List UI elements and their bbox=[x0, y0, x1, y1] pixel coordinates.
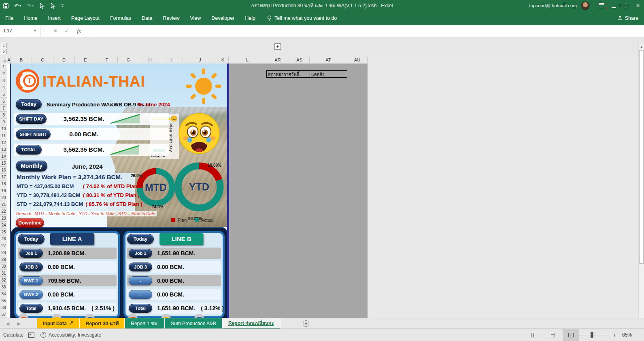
cancel-icon[interactable]: ✕ bbox=[50, 25, 61, 37]
column-header-I[interactable]: I bbox=[161, 57, 183, 63]
vertical-scrollbar[interactable]: ▲ ▼ bbox=[638, 44, 644, 328]
ribbon-tab-formulas[interactable]: Formulas bbox=[105, 11, 136, 25]
row-header-36[interactable]: 36 bbox=[0, 304, 7, 311]
pointer-icon[interactable] bbox=[39, 3, 45, 9]
page-layout-view-button[interactable] bbox=[544, 329, 560, 341]
row-header-30[interactable]: 30 bbox=[0, 263, 7, 270]
ribbon-tab-file[interactable]: File bbox=[0, 11, 19, 25]
page-break-boundary[interactable] bbox=[227, 64, 229, 318]
accessibility-status[interactable]: Accessibility: Investigate bbox=[40, 329, 101, 341]
ribbon-display-options-icon[interactable] bbox=[595, 0, 608, 11]
zoom-slider-thumb[interactable] bbox=[591, 332, 593, 338]
ribbon-tab-insert[interactable]: Insert bbox=[43, 11, 66, 25]
row-header-16[interactable]: 16 bbox=[0, 167, 7, 174]
ribbon-tab-page-layout[interactable]: Page Layout bbox=[66, 11, 105, 25]
column-header-AS[interactable]: AS bbox=[289, 57, 310, 63]
row-header-19[interactable]: 19 bbox=[0, 187, 7, 194]
column-header-E[interactable]: E bbox=[75, 57, 96, 63]
row-header-34[interactable]: 34 bbox=[0, 290, 7, 297]
new-sheet-button[interactable]: + bbox=[303, 320, 309, 327]
sheet-tab-Sum-Production-A&B[interactable]: Sum Production A&B bbox=[165, 318, 223, 329]
sheet-tab-Report-ก่อนเปลี่ยนกะ[interactable]: Report ก่อนเปลี่ยนกะ bbox=[223, 318, 281, 329]
column-header-G[interactable]: G bbox=[118, 57, 139, 63]
account-avatar[interactable] bbox=[581, 1, 590, 10]
calc-mode[interactable]: Calculate bbox=[3, 329, 23, 341]
ribbon-tab-data[interactable]: Data bbox=[136, 11, 157, 25]
sheet-tab-Report-1-ชม.[interactable]: Report 1 ชม. bbox=[125, 318, 165, 329]
column-header-AR[interactable]: AR bbox=[266, 57, 289, 63]
column-header-F[interactable]: F bbox=[96, 57, 118, 63]
row-header-17[interactable]: 17 bbox=[0, 174, 7, 180]
tell-me-box[interactable]: Tell me what you want to do bbox=[267, 15, 337, 21]
row-header-10[interactable]: 10 bbox=[0, 125, 7, 132]
ribbon-tab-developer[interactable]: Developer bbox=[206, 11, 240, 25]
enter-icon[interactable]: ✓ bbox=[62, 25, 72, 37]
worksheet-grid[interactable]: 1234567891011121314151617181920212223242… bbox=[0, 64, 644, 318]
row-header-33[interactable]: 33 bbox=[0, 284, 7, 290]
weather-label-cell[interactable]: สภาพอากาศวันนี้ bbox=[267, 71, 310, 77]
row-header-15[interactable]: 15 bbox=[0, 160, 7, 167]
row-header-24[interactable]: 24 bbox=[0, 222, 7, 229]
zoom-in-button[interactable]: + bbox=[613, 329, 616, 341]
sheet-tab-Report-30-นาที[interactable]: Report 30 นาที bbox=[80, 318, 125, 329]
column-header-AT[interactable]: AT bbox=[310, 57, 347, 63]
sheet-nav-right-icon[interactable]: ▶ bbox=[14, 318, 24, 329]
minimize-button[interactable] bbox=[608, 0, 620, 11]
row-header-26[interactable]: 26 bbox=[0, 235, 7, 242]
row-header-5[interactable]: 5 bbox=[0, 91, 7, 98]
normal-view-button[interactable] bbox=[525, 329, 542, 341]
redo-icon[interactable]: ↷▾ bbox=[27, 3, 34, 9]
zoom-out-button[interactable]: − bbox=[568, 329, 572, 341]
row-header-13[interactable]: 13 bbox=[0, 146, 7, 153]
share-button[interactable]: Share bbox=[618, 11, 638, 25]
column-header-AU[interactable]: AU bbox=[347, 57, 368, 63]
outline-level-2-button[interactable]: 2 bbox=[1, 49, 7, 54]
row-header-7[interactable]: 7 bbox=[0, 105, 7, 112]
column-header-C[interactable]: C bbox=[32, 57, 53, 63]
pointer-icon[interactable] bbox=[50, 3, 55, 9]
column-header-B[interactable]: B bbox=[11, 57, 32, 63]
restore-button[interactable] bbox=[620, 0, 632, 11]
vertical-scroll-thumb[interactable] bbox=[639, 50, 644, 264]
weather-value-cell[interactable]: แดดจ้า bbox=[310, 71, 347, 77]
row-header-27[interactable]: 27 bbox=[0, 242, 7, 249]
column-header-D[interactable]: D bbox=[53, 57, 75, 63]
outline-level-1-button[interactable]: 1 bbox=[1, 43, 7, 48]
row-header-12[interactable]: 12 bbox=[0, 139, 7, 146]
row-header-35[interactable]: 35 bbox=[0, 297, 7, 304]
row-header-20[interactable]: 20 bbox=[0, 194, 7, 201]
macro-record-icon[interactable] bbox=[28, 329, 34, 341]
column-header-H[interactable]: H bbox=[139, 57, 161, 63]
formula-input[interactable] bbox=[94, 25, 644, 37]
weather-cells[interactable]: สภาพอากาศวันนี้ แดดจ้า bbox=[266, 70, 347, 78]
row-header-31[interactable]: 31 bbox=[0, 270, 7, 277]
row-header-8[interactable]: 8 bbox=[0, 112, 7, 119]
column-header-K[interactable]: K bbox=[217, 57, 229, 63]
customize-qat-icon[interactable]: ▾ bbox=[61, 4, 64, 7]
save-icon[interactable] bbox=[3, 3, 9, 8]
column-header-L[interactable]: L bbox=[229, 57, 266, 63]
row-header-28[interactable]: 28 bbox=[0, 249, 7, 256]
row-header-18[interactable]: 18 bbox=[0, 180, 7, 187]
row-header-21[interactable]: 21 bbox=[0, 201, 7, 208]
select-all-corner[interactable] bbox=[0, 57, 7, 63]
row-header-25[interactable]: 25 bbox=[0, 229, 7, 235]
row-header-6[interactable]: 6 bbox=[0, 98, 7, 105]
sheet-nav-left-icon[interactable]: ◀ bbox=[2, 318, 13, 329]
column-header-A[interactable]: A bbox=[7, 57, 11, 63]
close-button[interactable]: ✕ bbox=[632, 0, 644, 11]
row-header-22[interactable]: 22 bbox=[0, 208, 7, 215]
row-header-2[interactable]: 2 bbox=[0, 70, 7, 77]
formula-bar-handle[interactable]: ⋮ bbox=[42, 27, 46, 32]
ribbon-tab-view[interactable]: View bbox=[185, 11, 206, 25]
ribbon-tab-help[interactable]: Help bbox=[240, 11, 261, 25]
row-header-32[interactable]: 32 bbox=[0, 277, 7, 284]
column-header-J[interactable]: J bbox=[183, 57, 217, 63]
ribbon-tab-home[interactable]: Home bbox=[19, 11, 43, 25]
row-header-9[interactable]: 9 bbox=[0, 119, 7, 125]
row-header-11[interactable]: 11 bbox=[0, 132, 7, 139]
row-header-1[interactable]: 1 bbox=[0, 64, 7, 70]
sheet-tab-Input-Data[interactable]: Input Data bbox=[37, 318, 80, 329]
zoom-slider-track[interactable] bbox=[576, 335, 610, 335]
row-header-3[interactable]: 3 bbox=[0, 77, 7, 84]
